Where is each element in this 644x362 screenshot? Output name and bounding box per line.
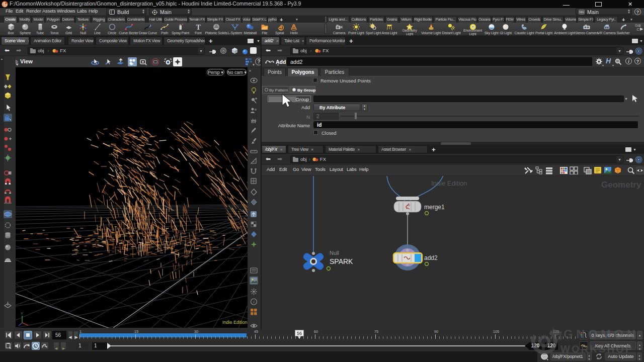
- svg-text:add2: add2: [424, 254, 438, 261]
- svg-text:▶: ▶: [131, 62, 134, 65]
- svg-text:NN: NN: [580, 11, 584, 14]
- svg-text:T: T: [196, 24, 201, 31]
- svg-text:Null: Null: [330, 250, 339, 256]
- svg-text:merge1: merge1: [424, 204, 445, 211]
- svg-text:i: i: [253, 299, 255, 304]
- svg-text:SPARK: SPARK: [330, 257, 353, 265]
- svg-text:Y: Y: [21, 312, 23, 315]
